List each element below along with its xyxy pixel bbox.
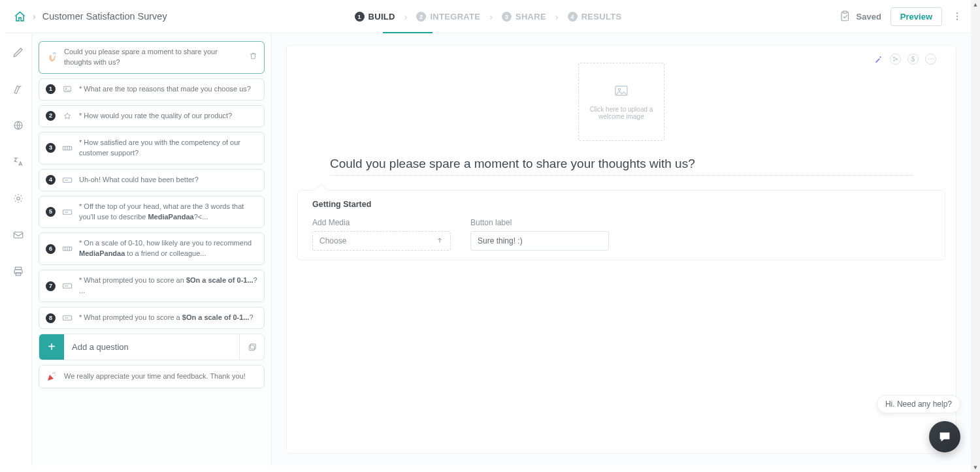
chevron-right-icon: ›	[404, 12, 408, 22]
svg-point-25	[893, 60, 894, 61]
more-menu-icon[interactable]	[951, 10, 963, 22]
add-question-label[interactable]: Add a question	[64, 334, 239, 360]
svg-point-26	[896, 59, 898, 60]
svg-point-3	[956, 16, 958, 17]
question-number-badge: 1	[46, 84, 56, 94]
page-scrollbar[interactable]: ▲ ▼	[971, 0, 980, 472]
welcome-card-text: Could you please spare a moment to share…	[64, 47, 242, 68]
help-bubble[interactable]: Hi. Need any help?	[877, 395, 960, 413]
panel-title: Getting Started	[312, 200, 930, 209]
step-tabs: 1 BUILD › 2 INTEGRATE › 3 SHARE › 4 RESU…	[350, 0, 627, 33]
choose-media-value: Choose	[319, 236, 346, 245]
question-underline	[330, 175, 913, 176]
variable-icon[interactable]: $	[907, 54, 919, 65]
branch-icon[interactable]	[890, 54, 901, 65]
svg-rect-7	[14, 232, 23, 238]
upload-welcome-image[interactable]: Click here to upload a welcome image	[578, 63, 664, 141]
svg-point-4	[956, 19, 958, 20]
question-card[interactable]: 7* What prompted you to score an $On a s…	[39, 270, 265, 302]
star-icon	[62, 112, 73, 121]
add-question-row: + Add a question	[39, 334, 265, 360]
picture-icon	[62, 85, 73, 94]
text-icon	[62, 314, 73, 322]
home-icon[interactable]	[13, 10, 26, 23]
question-card[interactable]: 6* On a scale of 0-10, how likely are yo…	[39, 232, 265, 265]
scale-icon	[62, 245, 73, 253]
tab-results[interactable]: 4 RESULTS	[563, 0, 627, 33]
tab-integrate[interactable]: 2 INTEGRATE	[411, 0, 485, 33]
thankyou-card[interactable]: We really appreciate your time and feedb…	[39, 365, 265, 388]
question-card[interactable]: 3* How satisfied are you with the compet…	[39, 132, 265, 165]
question-number-badge: 2	[46, 111, 56, 121]
svg-rect-19	[249, 345, 254, 350]
tab-share[interactable]: 3 SHARE	[497, 0, 551, 33]
chevron-right-icon: ›	[555, 12, 559, 22]
card-float-actions: $ ⋯	[872, 54, 936, 65]
welcome-question-text[interactable]: Could you please spare a moment to share…	[330, 157, 913, 171]
question-text: Uh-oh! What could have been better?	[79, 175, 257, 185]
question-sidebar[interactable]: Could you please spare a moment to share…	[32, 33, 272, 465]
svg-point-28	[618, 88, 620, 90]
question-card[interactable]: 1* What are the top reasons that made yo…	[39, 78, 265, 101]
text-icon	[62, 208, 73, 216]
chat-fab[interactable]	[929, 421, 960, 452]
upload-text: Click here to upload a welcome image	[585, 106, 657, 120]
translate-icon[interactable]	[11, 155, 25, 169]
svg-point-12	[65, 87, 67, 89]
preview-button[interactable]: Preview	[890, 7, 942, 26]
saved-indicator: Saved	[840, 10, 881, 22]
question-text: * How satisfied are you with the compete…	[79, 138, 257, 159]
welcome-card[interactable]: Could you please spare a moment to share…	[39, 41, 265, 74]
question-number-badge: 7	[46, 281, 56, 291]
button-label-input[interactable]	[470, 231, 609, 251]
magic-wand-icon[interactable]	[872, 54, 883, 65]
thankyou-card-text: We really appreciate your time and feedb…	[64, 371, 257, 382]
gear-icon[interactable]	[11, 191, 25, 206]
choose-media-dropdown[interactable]: Choose	[312, 231, 451, 251]
svg-point-24	[893, 57, 894, 58]
question-card[interactable]: 8* What prompted you to score a $On a sc…	[39, 307, 265, 329]
text-icon	[62, 176, 73, 184]
question-bank-icon[interactable]	[239, 334, 264, 360]
question-text: * What are the top reasons that made you…	[79, 84, 257, 95]
scroll-up-arrow[interactable]: ▲	[971, 0, 980, 9]
svg-rect-1	[843, 11, 847, 13]
delete-icon[interactable]	[249, 52, 257, 63]
question-card[interactable]: 4Uh-oh! What could have been better?	[39, 169, 265, 191]
svg-point-6	[17, 197, 20, 200]
chevron-right-icon: ›	[489, 12, 493, 22]
question-number-badge: 6	[46, 244, 56, 254]
scroll-down-arrow[interactable]: ▼	[971, 463, 980, 472]
left-tool-rail	[5, 33, 32, 465]
getting-started-panel: Getting Started Add Media Choose Button …	[297, 190, 945, 260]
tab-build[interactable]: 1 BUILD	[350, 0, 400, 33]
question-text: * On a scale of 0-10, how likely are you…	[79, 238, 257, 259]
edit-icon[interactable]	[11, 45, 25, 59]
print-icon[interactable]	[11, 264, 25, 279]
svg-point-22	[55, 375, 56, 376]
svg-rect-20	[250, 343, 255, 349]
svg-point-23	[54, 372, 56, 373]
question-card[interactable]: 5* Off the top of your head, what are th…	[39, 196, 265, 228]
theme-icon[interactable]	[11, 82, 25, 96]
question-text: * What prompted you to score an $On a sc…	[79, 275, 257, 296]
question-number-badge: 8	[46, 313, 56, 323]
breadcrumb-chevron-icon: ›	[33, 11, 36, 22]
globe-icon[interactable]	[11, 118, 25, 133]
scale-icon	[62, 144, 73, 152]
button-label-label: Button label	[470, 218, 609, 227]
confetti-icon	[46, 371, 57, 383]
question-card[interactable]: 2* How would you rate the quality of our…	[39, 105, 265, 127]
editor-canvas: $ ⋯ Click here to upload a welcome image…	[272, 33, 971, 465]
svg-point-21	[53, 373, 54, 374]
add-question-button[interactable]: +	[39, 334, 64, 360]
add-media-label: Add Media	[312, 218, 451, 227]
upload-arrow-icon	[436, 236, 444, 246]
text-icon	[62, 282, 73, 290]
question-text: * How would you rate the quality of our …	[79, 111, 257, 121]
question-number-badge: 5	[46, 207, 56, 217]
question-number-badge: 4	[46, 175, 56, 185]
more-options-icon[interactable]: ⋯	[925, 54, 936, 65]
canvas-card: $ ⋯ Click here to upload a welcome image…	[286, 45, 956, 454]
mail-icon[interactable]	[11, 228, 25, 242]
